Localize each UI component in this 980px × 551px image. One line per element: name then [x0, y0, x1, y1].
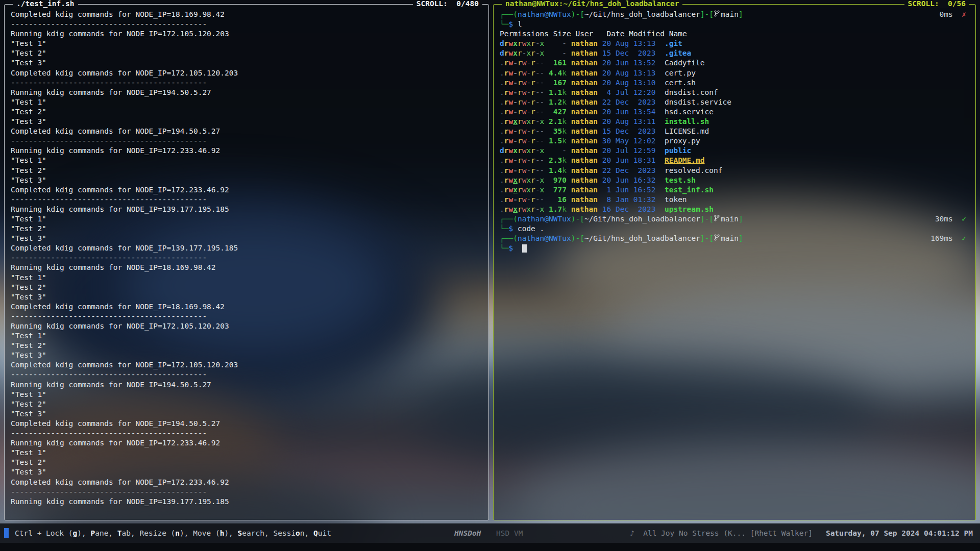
file-row: .rwxrwxr-x777nathan 1 Jun 16:52test_inf.… [500, 185, 969, 195]
terminal-output-line: "Test 1" [11, 156, 482, 165]
git-branch-icon [714, 10, 720, 19]
keybind-text: Sessi [273, 529, 296, 537]
prompt-git-branch: main [721, 234, 739, 243]
file-permissions: .rw-rw-r-- [500, 166, 549, 176]
file-owner: nathan [571, 195, 598, 205]
file-owner: nathan [571, 127, 598, 136]
terminal-output-line: "Test 3" [11, 409, 482, 419]
prompt-user-host: nathan@NWTux [518, 214, 571, 224]
file-date: 20 Aug 13:11 [602, 117, 656, 127]
keybind-text: earch, [242, 529, 273, 537]
file-owner: nathan [571, 146, 598, 156]
command-duration: 30ms [935, 215, 953, 223]
terminal-output-line: ----------------------------------------… [11, 78, 482, 88]
file-name: hsd.service [665, 107, 714, 117]
terminal-output-line: "Test 1" [11, 97, 482, 107]
file-name: token [665, 195, 687, 205]
file-date: 8 Jan 01:32 [602, 195, 656, 205]
header-permissions: Permissions [500, 29, 549, 39]
terminal-output-line: ----------------------------------------… [11, 136, 482, 146]
file-size: 35k [549, 127, 567, 136]
command-text: l [513, 19, 522, 29]
terminal-output-line: Running kdig commands for NODE_IP=172.23… [11, 438, 482, 448]
file-name: cert.py [665, 68, 696, 78]
prompt-path: ~/Git/hns_doh_loadbalancer [584, 10, 700, 19]
terminal-output-line: "Test 3" [11, 117, 482, 127]
bottom-strip [0, 543, 980, 551]
terminal-output-line: "Test 3" [11, 467, 482, 477]
command-status: 0ms✗ [940, 10, 969, 19]
terminal-output-line: ----------------------------------------… [11, 370, 482, 380]
file-size: 1.4k [549, 166, 567, 176]
file-owner: nathan [571, 48, 598, 58]
command-duration: 169ms [930, 234, 953, 242]
command-status: 30ms✓ [935, 214, 969, 224]
file-owner: nathan [571, 58, 598, 68]
header-user: User [575, 29, 593, 39]
terminal-output-line: "Test 1" [11, 390, 482, 399]
file-row: .rw-rw-r--1.4knathan22 Dec 2023resolved.… [500, 166, 969, 176]
keybind-text: Move ( [193, 529, 219, 537]
file-permissions: .rwxrwxr-x [500, 205, 549, 214]
terminal-output-line: ----------------------------------------… [11, 429, 482, 438]
file-name: public [665, 146, 691, 156]
file-row: .rw-rw-r--35knathan15 Dec 2023LICENSE.md [500, 127, 969, 136]
terminal-output-line: Running kdig commands for NODE_IP=139.17… [11, 497, 482, 507]
file-owner: nathan [571, 68, 598, 78]
terminal-output-line: Running kdig commands for NODE_IP=172.10… [11, 29, 482, 39]
status-bar-right: ♪ All Joy No Stress (K... [Rhett Walker]… [630, 529, 973, 537]
error-cross-icon: ✗ [962, 10, 966, 18]
file-permissions: .rw-rw-r-- [500, 156, 549, 165]
pane-test-script[interactable]: ./test_inf.sh SCROLL: 0/480 Completed kd… [4, 4, 489, 520]
file-row: .rw-rw-r--16nathan 8 Jan 01:32token [500, 195, 969, 205]
file-permissions: .rw-rw-r-- [500, 88, 549, 97]
file-date: 20 Jun 13:54 [602, 107, 656, 117]
file-owner: nathan [571, 205, 598, 214]
file-permissions: .rwxrwxr-x [500, 185, 549, 195]
command-duration: 0ms [940, 10, 953, 18]
file-date: 20 Jul 12:59 [602, 146, 656, 156]
host-label: HNSDoH [454, 529, 481, 537]
terminal-output-line: "Test 1" [11, 273, 482, 283]
file-date: 20 Aug 13:13 [602, 68, 656, 78]
file-row: .rw-rw-r--161nathan20 Jun 13:52Caddyfile [500, 58, 969, 68]
terminal-output-line: "Test 2" [11, 224, 482, 234]
file-date: 20 Jun 13:52 [602, 58, 656, 68]
terminal-output-line: "Test 2" [11, 341, 482, 350]
file-name: dnsdist.conf [665, 88, 718, 97]
terminal-output-line: Completed kdig commands for NODE_IP=18.1… [11, 302, 482, 312]
file-permissions: .rw-rw-r-- [500, 58, 549, 68]
file-size: 427 [549, 107, 567, 117]
terminal-output-line: "Test 1" [11, 448, 482, 458]
file-permissions: drwxr-xr-x [500, 48, 549, 58]
file-size: 1.1k [549, 88, 567, 97]
terminal-output-line: "Test 2" [11, 399, 482, 409]
header-name: Name [669, 29, 687, 39]
vm-label: HSD VM [496, 529, 523, 537]
file-name: resolved.conf [665, 166, 723, 176]
keybind-text: n, [300, 529, 313, 537]
prompt-command-line: └─$ [500, 243, 969, 253]
prompt-user-host: nathan@NWTux [518, 10, 571, 19]
command-text: code . [513, 224, 544, 234]
keybind-text: ), [77, 529, 90, 537]
file-row: .rw-rw-r--1.1knathan 4 Jul 12:20dnsdist.… [500, 88, 969, 97]
terminal-output-line: ----------------------------------------… [11, 19, 482, 29]
file-owner: nathan [571, 97, 598, 107]
file-size: 4.4k [549, 68, 567, 78]
prompt-path: ~/Git/hns_doh_loadbalancer [584, 214, 700, 224]
keybind-text: Ctrl + [15, 529, 46, 537]
file-size: 161 [549, 58, 567, 68]
file-permissions: .rw-rw-r-- [500, 68, 549, 78]
terminal-output-line: "Test 2" [11, 48, 482, 58]
file-name: LICENSE.md [665, 127, 709, 136]
terminal-output-line: Running kdig commands for NODE_IP=139.17… [11, 205, 482, 214]
file-date: 16 Dec 2023 [602, 205, 656, 214]
file-owner: nathan [571, 117, 598, 127]
pane-shell[interactable]: nathan@NWTux:~/Git/hns_doh_loadbalancer … [493, 4, 976, 520]
file-name: cert.sh [665, 78, 696, 88]
terminal-output-line: Completed kdig commands for NODE_IP=18.1… [11, 10, 482, 19]
file-row: .rw-rw-r--427nathan20 Jun 13:54hsd.servi… [500, 107, 969, 117]
prompt-path: ~/Git/hns_doh_loadbalancer [584, 234, 700, 243]
prompt-git-branch: main [721, 214, 739, 224]
